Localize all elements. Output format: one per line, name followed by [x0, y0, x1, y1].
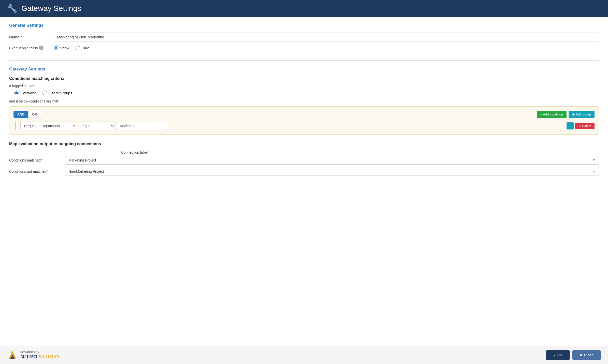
or-button[interactable]: OR [28, 111, 41, 118]
map-evaluation-title: Map evaluation output to outgoing connec… [9, 142, 599, 146]
nitro-studio-text: NITRO STUDIO [20, 354, 59, 360]
and-or-toggle: AND OR [13, 111, 41, 118]
general-settings-title: General Settings [9, 23, 599, 28]
add-buttons-group: + Add condition ⊕ Add group [537, 111, 595, 118]
studio-text: STUDIO [38, 354, 59, 360]
and-if-label: and if below conditions are met: [9, 99, 599, 103]
show-radio[interactable] [54, 46, 58, 50]
condition-delete-button[interactable]: ✕ Delete [575, 123, 595, 129]
general-settings-section: General Settings Name* Execution Status … [9, 23, 599, 61]
conditions-not-matched-row: Conditions not matched* Non-Marketing Pr… [9, 167, 599, 176]
hide-radio[interactable] [76, 46, 80, 50]
footer-buttons: ✓ OK ✕ Close [546, 350, 601, 360]
footer: Powered by NITRO STUDIO ✓ OK ✕ Close [0, 346, 608, 364]
conditions-matched-select[interactable]: Marketing Project Non-Marketing Project [65, 156, 599, 165]
if-logged-label: If logged in user: [9, 84, 599, 88]
brand-area: Powered by NITRO STUDIO [7, 350, 59, 360]
conditions-matched-label: Conditions matched* [9, 158, 65, 162]
condition-field-select[interactable]: Requester Department Department Status P… [20, 122, 76, 130]
wrench-icon: 🔧 [7, 4, 17, 13]
svg-point-2 [11, 351, 13, 353]
add-condition-button[interactable]: + Add condition [537, 111, 567, 118]
execution-status-radio-group: Show Hide [54, 46, 89, 50]
nitro-logo-icon [7, 350, 18, 360]
users-groups-radio[interactable] [42, 91, 47, 95]
everyone-radio-label[interactable]: Everyone [14, 91, 36, 95]
nitro-text: NITRO [20, 354, 37, 360]
condition-operator-select[interactable]: equal not equal contains starts with [79, 122, 114, 130]
and-button[interactable]: AND [13, 111, 28, 118]
conditions-matched-row: Conditions matched* Marketing Project No… [9, 156, 599, 165]
condition-actions: i ✕ Delete [567, 122, 595, 129]
everyone-radio[interactable] [14, 91, 19, 95]
hide-radio-label[interactable]: Hide [76, 46, 90, 50]
conditions-top-bar: AND OR + Add condition ⊕ Add group [13, 111, 595, 118]
execution-status-label: Execution Status i [9, 46, 54, 50]
main-content: General Settings Name* Execution Status … [0, 17, 608, 346]
powered-by-text: Powered by [20, 351, 59, 354]
show-radio-label[interactable]: Show [54, 46, 69, 50]
connection-label-header: Connection label [65, 150, 599, 154]
execution-status-row: Execution Status i Show Hide [9, 46, 599, 50]
brand-text: Powered by NITRO STUDIO [20, 351, 59, 360]
name-label: Name* [9, 35, 54, 39]
users-groups-radio-label[interactable]: Users/Groups [42, 91, 72, 95]
name-row: Name* [9, 33, 599, 41]
connection-header: Connection label [9, 150, 599, 154]
user-type-radio-group: Everyone Users/Groups [14, 91, 599, 95]
execution-status-info-icon[interactable]: i [39, 46, 44, 50]
name-input[interactable] [54, 33, 599, 41]
condition-row: Requester Department Department Status P… [15, 122, 595, 130]
gateway-settings-section: Gateway Settings Conditions matching cri… [9, 67, 599, 135]
conditions-not-matched-select[interactable]: Non-Marketing Project Marketing Project [65, 167, 599, 176]
conditions-matching-title: Conditions matching criteria: [9, 76, 599, 81]
condition-info-button[interactable]: i [567, 122, 574, 129]
ok-button[interactable]: ✓ OK [546, 350, 570, 360]
header: 🔧 Gateway Settings [0, 0, 608, 17]
gateway-settings-title: Gateway Settings [9, 67, 599, 72]
close-button[interactable]: ✕ Close [572, 350, 601, 360]
page-title: Gateway Settings [21, 4, 81, 13]
condition-value-input[interactable] [117, 122, 168, 130]
add-group-button[interactable]: ⊕ Add group [569, 111, 595, 118]
conditions-box: AND OR + Add condition ⊕ Add group Reque… [9, 106, 599, 135]
conditions-not-matched-label: Conditions not matched* [9, 169, 65, 173]
map-evaluation-section: Map evaluation output to outgoing connec… [9, 142, 599, 176]
